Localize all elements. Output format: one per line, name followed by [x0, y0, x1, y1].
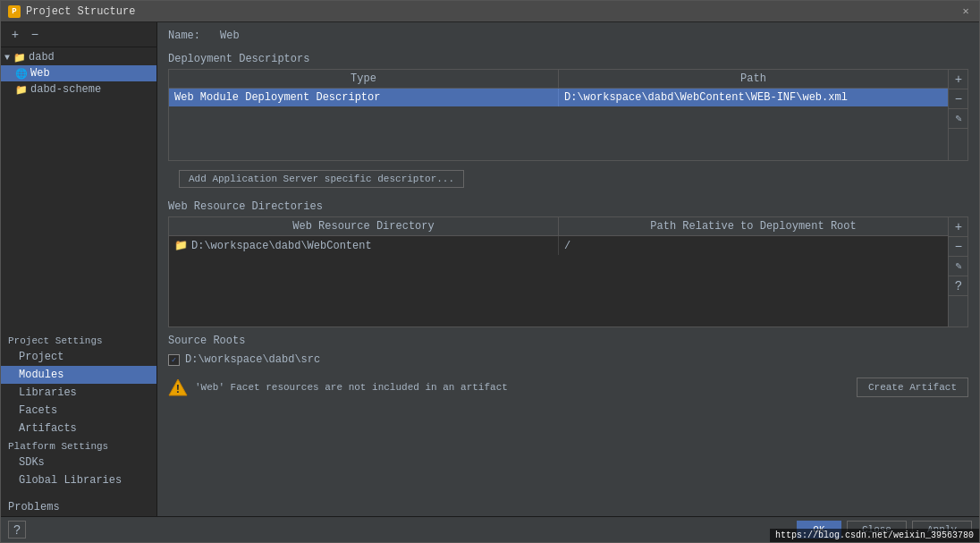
sidebar-item-problems[interactable]: Problems: [1, 498, 156, 516]
wr-remove-btn[interactable]: −: [949, 237, 968, 257]
project-settings-header: Project Settings: [1, 332, 156, 348]
bottom-bar: ? OK Close Apply: [1, 516, 979, 542]
deployment-table-header: Type Path: [169, 70, 948, 89]
source-label-0: D:\workspace\dabd\src: [185, 353, 320, 366]
tree-item-web[interactable]: 🌐 Web: [1, 65, 156, 81]
tree-area: ▼ 📁 dabd 🌐 Web 📁 dabd-scheme: [1, 47, 156, 332]
wr-cell-path-0: /: [559, 236, 948, 255]
wr-cell-dir-0: 📁 D:\workspace\dabd\WebContent: [169, 236, 559, 255]
window-icon: P: [8, 5, 21, 18]
wr-empty-area: [169, 255, 948, 327]
add-server-btn[interactable]: Add Application Server specific descript…: [179, 170, 464, 188]
deployment-edit-btn[interactable]: ✎: [949, 109, 968, 129]
add-module-btn[interactable]: +: [8, 28, 22, 42]
warning-text: 'Web' Facet resources are not included i…: [195, 382, 849, 393]
source-root-row-0: ✓ D:\workspace\dabd\src: [157, 351, 979, 369]
help-btn[interactable]: ?: [8, 521, 26, 539]
sidebar-item-project[interactable]: Project: [1, 348, 156, 366]
folder-icon-dabd: 📁: [13, 52, 26, 64]
wr-row-0[interactable]: 📁 D:\workspace\dabd\WebContent /: [169, 236, 948, 255]
wr-section: Web Resource Directories Web Resource Di…: [157, 197, 979, 327]
right-panel: Name: Web Deployment Descriptors Type Pa…: [157, 22, 979, 516]
svg-text:!: !: [174, 383, 182, 396]
deployment-col-type: Type: [169, 70, 559, 88]
deployment-side-btns: + − ✎: [949, 69, 968, 161]
tree-label-scheme: dabd-scheme: [30, 83, 101, 96]
tree-label-dabd: dabd: [29, 51, 55, 64]
source-section: Source Roots ✓ D:\workspace\dabd\src: [157, 327, 979, 372]
platform-settings-header: Platform Settings: [1, 437, 156, 454]
deployment-col-path: Path: [559, 70, 948, 88]
sidebar-item-global-libraries[interactable]: Global Libraries: [1, 471, 156, 489]
wr-table-wrapper: Web Resource Directory Path Relative to …: [168, 216, 968, 327]
deployment-cell-path-0: D:\workspace\dabd\WebContent\WEB-INF\web…: [559, 89, 948, 106]
wr-help-btn[interactable]: ?: [949, 276, 968, 296]
deployment-section: Deployment Descriptors Type Path Web Mod…: [157, 49, 979, 161]
tree-item-dabd-scheme[interactable]: 📁 dabd-scheme: [1, 81, 156, 98]
deployment-section-label: Deployment Descriptors: [157, 49, 979, 69]
wr-col-dir: Web Resource Directory: [169, 217, 559, 235]
wr-folder-icon: 📁: [174, 239, 188, 252]
source-section-label: Source Roots: [157, 331, 979, 351]
name-label: Name:: [168, 30, 213, 42]
wr-header: Web Resource Directory Path Relative to …: [169, 217, 948, 236]
main-content: + − ▼ 📁 dabd 🌐 Web 📁 dabd-sch: [1, 22, 979, 516]
window-close-btn[interactable]: ✕: [959, 5, 972, 18]
add-server-area: Add Application Server specific descript…: [157, 161, 979, 197]
tree-arrow-dabd: ▼: [4, 53, 13, 63]
name-value: Web: [220, 30, 240, 42]
folder-icon-scheme: 📁: [15, 84, 28, 96]
window-title: Project Structure: [26, 5, 135, 18]
name-row: Name: Web: [157, 22, 979, 49]
wr-col-path: Path Relative to Deployment Root: [559, 217, 948, 235]
web-icon: 🌐: [15, 68, 28, 80]
deployment-table-wrapper: Type Path Web Module Deployment Descript…: [168, 69, 968, 161]
wr-edit-btn[interactable]: ✎: [949, 257, 968, 276]
deployment-table-row-0[interactable]: Web Module Deployment Descriptor D:\work…: [169, 89, 948, 106]
sidebar-item-artifacts[interactable]: Artifacts: [1, 420, 156, 437]
warning-icon: !: [168, 378, 188, 397]
sidebar-item-sdks[interactable]: SDKs: [1, 454, 156, 471]
title-bar-left: P Project Structure: [8, 5, 135, 18]
deployment-cell-type-0: Web Module Deployment Descriptor: [169, 89, 559, 106]
sidebar-item-modules[interactable]: Modules: [1, 366, 156, 384]
tree-label-web: Web: [30, 67, 50, 80]
close-btn[interactable]: Close: [847, 521, 907, 539]
sidebar: + − ▼ 📁 dabd 🌐 Web 📁 dabd-sch: [1, 22, 157, 516]
tree-item-dabd[interactable]: ▼ 📁 dabd: [1, 49, 156, 65]
wr-add-btn[interactable]: +: [949, 217, 968, 237]
deployment-table: Type Path Web Module Deployment Descript…: [168, 69, 949, 161]
sidebar-item-facets[interactable]: Facets: [1, 402, 156, 420]
warning-row: ! 'Web' Facet resources are not included…: [157, 372, 979, 403]
sidebar-toolbar: + −: [1, 22, 156, 47]
wr-table: Web Resource Directory Path Relative to …: [168, 216, 949, 327]
wr-side-btns: + − ✎ ?: [949, 216, 968, 327]
title-bar: P Project Structure ✕: [1, 1, 979, 22]
wr-section-label: Web Resource Directories: [157, 197, 979, 216]
create-artifact-btn[interactable]: Create Artifact: [857, 378, 968, 397]
ok-btn[interactable]: OK: [797, 521, 841, 539]
deployment-empty-area: [169, 106, 948, 160]
wr-dir-text: D:\workspace\dabd\WebContent: [191, 240, 372, 252]
remove-module-btn[interactable]: −: [28, 28, 42, 42]
deployment-add-btn[interactable]: +: [949, 70, 968, 89]
deployment-remove-btn[interactable]: −: [949, 89, 968, 109]
source-checkbox-0[interactable]: ✓: [168, 354, 180, 366]
sidebar-item-libraries[interactable]: Libraries: [1, 384, 156, 402]
apply-btn[interactable]: Apply: [912, 521, 972, 539]
